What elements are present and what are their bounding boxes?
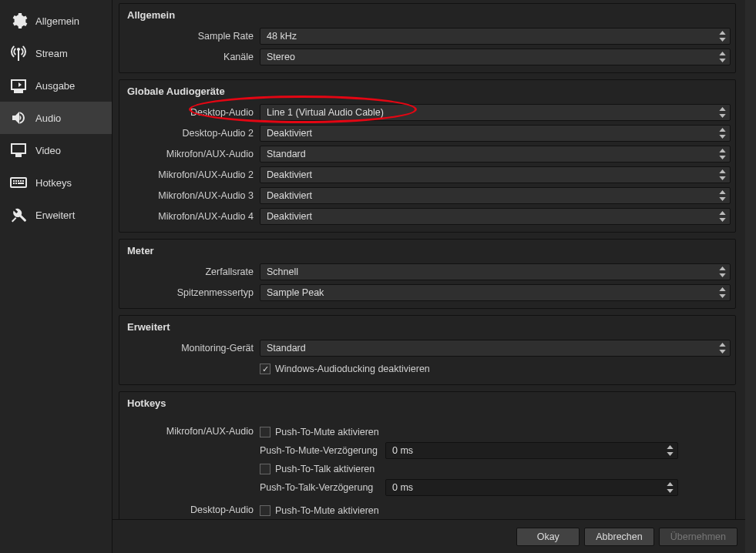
desktop-audio-label: Desktop-Audio	[119, 107, 260, 118]
spitzenmessertyp-label: Spitzenmessertyp	[119, 287, 260, 298]
ok-button[interactable]: Okay	[516, 528, 580, 546]
spinner-icon	[716, 106, 728, 119]
field-value: 0 ms	[392, 445, 413, 456]
dropdown-value: Line 1 (Virtual Audio Cable)	[267, 107, 384, 118]
mikrofon-aux-3-dropdown[interactable]: Deaktiviert	[260, 187, 731, 204]
ptt-delay-label: Push-To-Talk-Verzögerung	[260, 482, 379, 493]
ptt-checkbox[interactable]	[260, 464, 270, 474]
kanaele-dropdown[interactable]: Stereo	[260, 49, 731, 65]
spinner-icon	[716, 147, 728, 161]
sidebar-item-hotkeys[interactable]: Hotkeys	[0, 166, 112, 199]
settings-scroll[interactable]: Allgemein Sample Rate 48 kHz Kanäle St	[113, 0, 745, 519]
sidebar-item-label: Ausgabe	[35, 80, 75, 92]
section-title: Meter	[119, 240, 735, 262]
ptm-delay-field[interactable]: 0 ms	[385, 442, 678, 459]
section-meter: Meter Zerfallsrate Schnell Spitzenmesser…	[119, 239, 736, 309]
desktop-audio-2-label: Desktop-Audio 2	[119, 128, 260, 139]
mikrofon-aux-2-dropdown[interactable]: Deaktiviert	[260, 166, 731, 183]
spinner-icon	[716, 189, 728, 203]
gear-icon	[9, 12, 28, 30]
settings-sidebar: Allgemein Stream Ausgabe Audio Video	[0, 0, 113, 553]
mikrofon-aux-4-label: Mikrofon/AUX-Audio 4	[119, 211, 260, 222]
sample-rate-label: Sample Rate	[119, 31, 260, 42]
mikrofon-aux-4-dropdown[interactable]: Deaktiviert	[260, 208, 731, 225]
apply-button[interactable]: Übernehmen	[659, 528, 738, 546]
field-value: 0 ms	[392, 482, 413, 493]
mikrofon-aux-3-label: Mikrofon/AUX-Audio 3	[119, 190, 260, 201]
spinner-icon	[716, 341, 728, 355]
spinner-icon	[716, 168, 728, 182]
kanaele-label: Kanäle	[119, 52, 260, 62]
spinner-icon	[716, 286, 728, 300]
monitoring-dropdown[interactable]: Standard	[260, 340, 731, 357]
audioducking-checkbox[interactable]	[260, 364, 270, 374]
dialog-button-bar: Okay Abbrechen Übernehmen	[113, 519, 745, 553]
sidebar-item-video[interactable]: Video	[0, 134, 112, 166]
audioducking-label: Windows-Audioducking deaktivieren	[275, 364, 430, 374]
ptm-checkbox[interactable]	[260, 427, 270, 437]
dropdown-value: Deaktiviert	[267, 128, 312, 139]
sidebar-item-label: Allgemein	[35, 15, 79, 27]
sidebar-item-erweitert[interactable]: Erweitert	[0, 199, 112, 231]
output-icon	[9, 76, 28, 95]
dropdown-value: Stereo	[267, 52, 295, 62]
section-title: Erweitert	[119, 316, 735, 338]
spitzenmessertyp-dropdown[interactable]: Sample Peak	[260, 284, 731, 301]
dropdown-value: Deaktiviert	[267, 190, 312, 201]
desktop-audio-dropdown[interactable]: Line 1 (Virtual Audio Cable)	[260, 104, 731, 121]
tools-icon	[9, 206, 28, 224]
dropdown-value: Standard	[267, 149, 306, 159]
settings-main: Allgemein Sample Rate 48 kHz Kanäle St	[113, 0, 745, 553]
dropdown-value: Deaktiviert	[267, 169, 312, 180]
section-hotkeys: Hotkeys Mikrofon/AUX-Audio Push-To-Mute …	[119, 391, 736, 519]
zerfallsrate-dropdown[interactable]: Schnell	[260, 263, 731, 280]
sidebar-item-stream[interactable]: Stream	[0, 37, 112, 69]
spinner-icon	[716, 126, 728, 140]
spinner-icon	[716, 50, 728, 64]
settings-window: Allgemein Stream Ausgabe Audio Video	[0, 0, 756, 553]
sidebar-item-label: Hotkeys	[35, 177, 72, 189]
section-title: Globale Audiogeräte	[119, 80, 735, 102]
sidebar-item-label: Stream	[35, 48, 68, 59]
spinner-icon[interactable]	[664, 444, 676, 457]
monitoring-label: Monitoring-Gerät	[119, 343, 260, 354]
dropdown-value: Sample Peak	[267, 287, 324, 298]
sample-rate-dropdown[interactable]: 48 kHz	[260, 28, 731, 45]
spinner-icon	[716, 29, 728, 43]
hotkeys-mic-label: Mikrofon/AUX-Audio	[119, 424, 260, 498]
dropdown-value: 48 kHz	[267, 31, 297, 42]
zerfallsrate-label: Zerfallsrate	[119, 266, 260, 277]
cancel-button[interactable]: Abbrechen	[584, 528, 654, 546]
ptt-delay-field[interactable]: 0 ms	[385, 479, 678, 496]
antenna-icon	[9, 44, 28, 62]
sidebar-item-label: Audio	[35, 112, 61, 124]
spinner-icon[interactable]	[664, 481, 676, 494]
hotkeys-desktop-label: Desktop-Audio	[119, 502, 260, 519]
section-title: Hotkeys	[119, 392, 735, 414]
keyboard-icon	[9, 173, 28, 192]
sidebar-item-audio[interactable]: Audio	[0, 102, 112, 134]
section-title: Allgemein	[119, 4, 735, 26]
monitor-icon	[9, 141, 28, 159]
speaker-icon	[9, 109, 28, 127]
spinner-icon	[716, 209, 728, 223]
sidebar-item-label: Erweitert	[35, 209, 75, 221]
sidebar-item-allgemein[interactable]: Allgemein	[0, 5, 112, 37]
desktop-audio-2-dropdown[interactable]: Deaktiviert	[260, 125, 731, 142]
mikrofon-aux-2-label: Mikrofon/AUX-Audio 2	[119, 169, 260, 180]
dropdown-value: Standard	[267, 343, 306, 354]
right-edge	[745, 0, 756, 553]
dropdown-value: Deaktiviert	[267, 211, 312, 222]
sidebar-item-ausgabe[interactable]: Ausgabe	[0, 69, 112, 102]
mikrofon-aux-label: Mikrofon/AUX-Audio	[119, 149, 260, 159]
section-erweitert: Erweitert Monitoring-Gerät Standard Wind…	[119, 315, 736, 385]
section-geraete: Globale Audiogeräte Desktop-Audio Line 1…	[119, 79, 736, 233]
section-allgemein: Allgemein Sample Rate 48 kHz Kanäle St	[119, 3, 736, 73]
ptm-desktop-checkbox[interactable]	[260, 505, 270, 516]
ptm-label: Push-To-Mute aktivieren	[275, 427, 379, 437]
sidebar-item-label: Video	[35, 145, 61, 156]
dropdown-value: Schnell	[267, 266, 298, 277]
mikrofon-aux-dropdown[interactable]: Standard	[260, 146, 731, 163]
ptt-label: Push-To-Talk aktivieren	[275, 464, 375, 474]
spinner-icon	[716, 265, 728, 279]
